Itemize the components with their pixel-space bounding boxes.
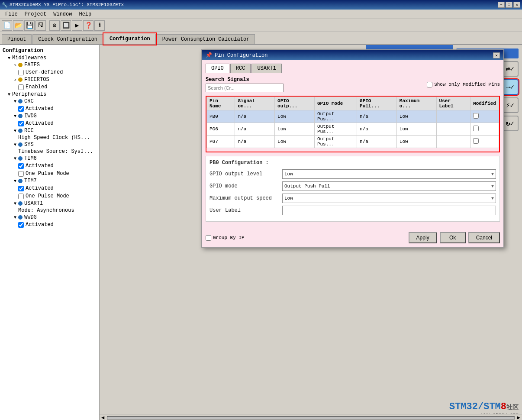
scroll-left-btn[interactable]: ◀: [100, 414, 106, 420]
toggle-icon: ▷: [12, 77, 18, 82]
modified-checkbox-pg6[interactable]: [473, 126, 479, 131]
tim7-opm-checkbox[interactable]: [18, 194, 24, 199]
toolbar-save2[interactable]: 🖫: [35, 20, 46, 31]
tree-usart1[interactable]: ▼ USART1: [0, 200, 99, 207]
tim7-opm-item[interactable]: One Pulse Mode: [18, 193, 69, 200]
tree-wwdg-activated[interactable]: Activated: [0, 221, 99, 229]
iwdg-activated-item[interactable]: Activated: [18, 120, 54, 127]
toolbar-settings[interactable]: ⚙: [49, 20, 60, 31]
tree-tim6-activated[interactable]: Activated: [0, 162, 99, 170]
toolbar-new[interactable]: 📄: [2, 20, 12, 31]
crc-activated-checkbox[interactable]: [18, 106, 24, 112]
tim7-activated-checkbox[interactable]: [18, 186, 24, 191]
user-defined-item[interactable]: User-defined: [18, 69, 63, 76]
tab-power[interactable]: Power Consumption Calculator: [157, 34, 255, 44]
gpio-mode-select[interactable]: Output Push Pull ▼: [282, 181, 496, 191]
toolbar-save[interactable]: 💾: [24, 20, 35, 31]
menu-window[interactable]: Window: [50, 10, 75, 18]
enabled-checkbox[interactable]: [18, 84, 24, 90]
tree-tim7-activated[interactable]: Activated: [0, 184, 99, 192]
tree-user-defined[interactable]: User-defined: [0, 68, 99, 76]
table-row[interactable]: PB0 n/a Low Output Pus... n/a Low: [207, 110, 499, 123]
tree-peripherals[interactable]: ▼ Peripherals: [0, 91, 99, 98]
max-speed-select[interactable]: Low ▼: [282, 194, 496, 203]
tim6-opm-item[interactable]: One Pulse Mode: [18, 170, 69, 177]
wwdg-activated-checkbox[interactable]: [18, 222, 24, 228]
toolbar-open[interactable]: 📂: [13, 20, 23, 31]
cancel-button[interactable]: Cancel: [468, 232, 500, 243]
toggle-icon: ▼: [6, 56, 12, 61]
apply-button[interactable]: Apply: [409, 232, 437, 243]
search-input[interactable]: [206, 84, 284, 92]
tree-tim6-opm[interactable]: One Pulse Mode: [0, 170, 99, 178]
toolbar-help[interactable]: ❓: [83, 20, 93, 31]
menu-help[interactable]: Help: [75, 10, 95, 18]
dialog-tab-usart1[interactable]: USART1: [251, 64, 281, 73]
modified-checkbox-pg7[interactable]: [473, 138, 479, 144]
tim6-activated-checkbox[interactable]: [18, 163, 24, 169]
tab-clock[interactable]: Clock Configuration: [32, 34, 103, 44]
close-button[interactable]: ✕: [513, 2, 520, 8]
rcc-sys-icon: ↻✓: [506, 119, 514, 128]
table-header-row: Pin Name Signal on... GPIO outp... GPIO …: [207, 97, 499, 110]
tree-iwdg-activated[interactable]: Activated: [0, 120, 99, 127]
minimize-button[interactable]: −: [498, 2, 505, 8]
tree-sys[interactable]: ▼ SYS: [0, 141, 99, 148]
table-row[interactable]: PG6 n/a Low Output Pus... n/a Low: [207, 123, 499, 136]
config-row-mode: GPIO mode Output Push Pull ▼: [209, 181, 496, 191]
dialog-content: GPIO RCC USART1 Search Signals Show only…: [202, 60, 503, 229]
user-defined-checkbox[interactable]: [18, 70, 24, 75]
tab-configuration[interactable]: Configuration: [104, 34, 156, 44]
toolbar-info[interactable]: ℹ: [94, 20, 105, 31]
tree-tim7-opm[interactable]: One Pulse Mode: [0, 192, 99, 200]
menu-project[interactable]: Project: [21, 10, 50, 18]
tree-wwdg[interactable]: ▼ WWDG: [0, 214, 99, 221]
config-row-user-label: User Label: [209, 206, 496, 215]
tab-bar: Pinout Clock Configuration Configuration…: [0, 32, 522, 45]
tree-crc-activated[interactable]: Activated: [0, 105, 99, 113]
tree-tim6[interactable]: ▼ TIM6: [0, 155, 99, 162]
dialog-close-button[interactable]: ✕: [493, 52, 500, 58]
rcc-label: RCC: [24, 128, 99, 134]
scroll-right-btn[interactable]: ▶: [516, 414, 522, 420]
show-modified-checkbox[interactable]: [427, 82, 432, 87]
tree-crc[interactable]: ▼ CRC: [0, 98, 99, 105]
ok-button[interactable]: Ok: [440, 232, 466, 243]
enabled-item[interactable]: Enabled: [18, 84, 47, 90]
tim6-activated-item[interactable]: Activated: [18, 162, 54, 169]
user-label-input[interactable]: [282, 206, 496, 215]
wwdg-activated-item[interactable]: Activated: [18, 221, 54, 228]
scroll-track[interactable]: [107, 416, 515, 420]
tree-enabled[interactable]: Enabled: [0, 83, 99, 91]
tree-iwdg[interactable]: ▼ IWDG: [0, 113, 99, 120]
title-bar-text: 🔧 STM32CubeMX YS-F1Pro.ioc*: STM32F103ZE…: [2, 2, 124, 8]
tim7-activated-item[interactable]: Activated: [18, 185, 54, 192]
dialog-tab-rcc[interactable]: RCC: [230, 64, 251, 73]
crc-label: CRC: [24, 98, 99, 104]
tree-tim7[interactable]: ▼ TIM7: [0, 178, 99, 184]
toolbar-chip[interactable]: 🔲: [61, 20, 71, 31]
modified-checkbox-pb0[interactable]: [473, 113, 479, 119]
table-row[interactable]: PG7 n/a Low Output Pus... n/a Low: [207, 136, 499, 148]
menu-bar: File Project Window Help: [0, 10, 522, 19]
tree-freertos[interactable]: ▷ FREERTOS: [0, 76, 99, 83]
col-mode: GPIO mode: [314, 97, 357, 110]
iwdg-activated-checkbox[interactable]: [18, 121, 24, 126]
tree-rcc[interactable]: ▼ RCC: [0, 127, 99, 134]
group-by-ip-checkbox[interactable]: [206, 235, 211, 241]
crc-activated-item[interactable]: Activated: [18, 105, 54, 112]
dropdown-arrow-icon: ▼: [491, 172, 494, 177]
dialog-title-label: Pin Configuration: [215, 52, 267, 58]
menu-file[interactable]: File: [2, 10, 21, 18]
tree-middlewares[interactable]: ▼ Middlewares: [0, 55, 99, 61]
dialog-title-icon: 📌: [206, 52, 212, 58]
tim6-opm-checkbox[interactable]: [18, 171, 24, 177]
maximize-button[interactable]: □: [506, 2, 512, 8]
bottom-scrollbar[interactable]: ◀ ▶: [100, 414, 522, 420]
dialog-tab-gpio[interactable]: GPIO: [206, 64, 229, 73]
toolbar-run[interactable]: ▶: [72, 20, 82, 31]
tab-pinout[interactable]: Pinout: [2, 34, 32, 44]
output-level-select[interactable]: Low ▼: [282, 169, 496, 179]
cell-output: Low: [275, 136, 315, 148]
tree-fatfs[interactable]: ▷ FATFS: [0, 61, 99, 68]
